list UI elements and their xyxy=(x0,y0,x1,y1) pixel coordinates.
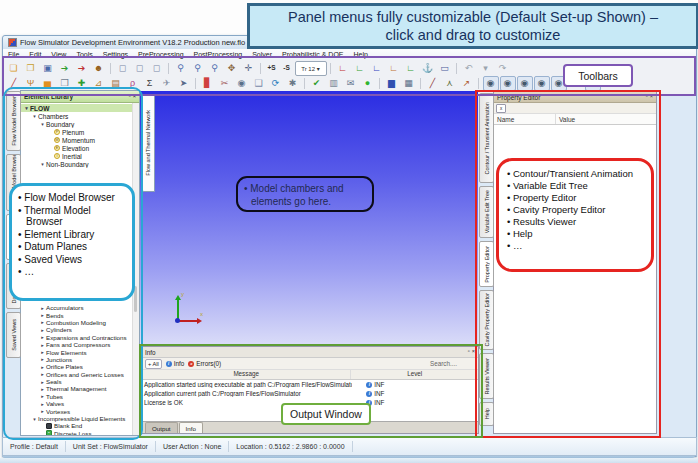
tree-item[interactable]: ▸ Expansions and Contractions xyxy=(21,334,132,341)
new-model-icon[interactable]: ❏ xyxy=(6,61,22,76)
menu-item[interactable]: Probabilistic & DOE xyxy=(277,49,348,60)
tree-item[interactable]: I Inertial xyxy=(21,152,132,160)
view-axis-y-icon[interactable]: ∟ xyxy=(352,61,368,76)
toolbar-icon[interactable] xyxy=(195,78,196,89)
log-row[interactable]: Application started using executable at … xyxy=(142,380,478,389)
right-panel-tab[interactable]: Cavity Property Editor xyxy=(479,290,494,350)
show-elements-eye-icon[interactable]: ◉ xyxy=(517,76,533,91)
menu-item[interactable]: Settings xyxy=(98,49,133,60)
check-model-icon[interactable]: ✔ xyxy=(309,76,325,91)
open-model-icon[interactable]: ❐ xyxy=(23,61,39,76)
tree-expander-icon[interactable]: ▾ xyxy=(31,416,38,422)
export-report-icon[interactable]: ✉ xyxy=(343,76,359,91)
toolbar-icon[interactable] xyxy=(330,63,331,74)
filter-info-toggle[interactable]: i Info xyxy=(166,360,185,367)
tree-expander-icon[interactable]: ▾ xyxy=(31,113,38,119)
tree-expander-icon[interactable]: ▸ xyxy=(39,371,46,377)
tree-item[interactable]: ▸ Tubes xyxy=(21,393,132,400)
tree-expander-icon[interactable]: ▸ xyxy=(39,312,46,318)
menu-item[interactable]: Tools xyxy=(71,49,97,60)
tree-item[interactable]: ▾ FLOW xyxy=(21,104,132,112)
tree-expander-icon[interactable]: ▸ xyxy=(39,349,46,355)
left-panel-tab[interactable]: Flow Model Browser xyxy=(6,91,21,151)
tree-expander-icon[interactable]: ▸ xyxy=(39,379,46,385)
view-axis-x-icon[interactable]: ∟ xyxy=(335,61,351,76)
menu-item[interactable]: Help xyxy=(349,49,373,60)
element-types-icon[interactable]: Ψ xyxy=(23,76,39,91)
tree-item[interactable]: E Elevation xyxy=(21,144,132,152)
create-chamber-icon[interactable]: ❒ xyxy=(57,76,73,91)
menu-item[interactable]: Solver xyxy=(247,49,277,60)
right-panel-tab[interactable]: Property Editor xyxy=(479,241,494,287)
view-anchor-icon[interactable]: ⚓ xyxy=(420,61,436,76)
select-rubberband-icon[interactable]: ◻ xyxy=(115,61,131,76)
canvas-tab[interactable]: Flow and Thermal Network xyxy=(141,94,155,192)
move-cross-icon[interactable]: ✛ xyxy=(241,61,257,76)
right-panel-tab[interactable]: Variable Edit Tree xyxy=(479,186,494,238)
tree-item[interactable]: ▸ Bends xyxy=(21,311,132,318)
model-settings-icon[interactable]: ✱ xyxy=(285,76,301,91)
tree-item[interactable]: ▾ Incompressible Liquid Elements xyxy=(21,415,132,422)
menu-item[interactable]: Edit xyxy=(24,49,46,60)
tree-expander-icon[interactable]: ▸ xyxy=(39,393,46,399)
tree-item[interactable]: ▸ Valves xyxy=(21,400,132,407)
hide-planes-icon[interactable]: ✈ xyxy=(159,76,175,91)
tree-item[interactable]: ▾ Boundary xyxy=(21,120,132,128)
tree-expander-icon[interactable]: ▾ xyxy=(39,121,46,127)
pick-tool-icon[interactable]: ➤ xyxy=(176,76,192,91)
annotate-icon[interactable]: ❑ xyxy=(251,76,267,91)
zoom-in-icon[interactable]: ⚲ xyxy=(190,61,206,76)
user-profile-icon[interactable]: ☻ xyxy=(91,61,107,76)
menu-item[interactable]: View xyxy=(46,49,71,60)
spline-curve-icon[interactable]: ρ xyxy=(125,76,141,91)
pan-hand-icon[interactable]: ✥ xyxy=(224,61,240,76)
monitor-plot-icon[interactable]: ▆ xyxy=(384,76,400,91)
tree-expander-icon[interactable]: ▸ xyxy=(39,342,46,348)
view-rotate-axes-icon[interactable]: ∟ xyxy=(403,61,419,76)
decrease-symbol-size-button[interactable]: -S xyxy=(280,61,294,76)
tree-expander-icon[interactable]: ▸ xyxy=(39,401,46,407)
tree-item[interactable]: ▸ Cylinders xyxy=(21,326,132,333)
view-axis-iso-icon[interactable]: ∟ xyxy=(386,61,402,76)
toolbar-icon[interactable] xyxy=(456,63,457,74)
tree-expander-icon[interactable]: ▸ xyxy=(39,386,46,392)
tree-item[interactable]: ▪ Discrete Loss xyxy=(21,430,132,435)
show-results-eye-icon[interactable]: ◉ xyxy=(534,76,550,91)
draw-line-icon[interactable]: ╱ xyxy=(425,76,441,91)
tree-item[interactable]: ▸ Fans and Compressors xyxy=(21,341,132,348)
tree-item[interactable]: ▸ Combustion Modeling xyxy=(21,319,132,326)
measure-icon[interactable]: ⊿ xyxy=(91,76,107,91)
import-model-icon[interactable]: ➔ xyxy=(57,61,73,76)
filter-errors-toggle[interactable]: x Errors(0) xyxy=(188,360,221,367)
toolbar-icon[interactable] xyxy=(304,78,305,89)
zoom-out-icon[interactable]: ⚲ xyxy=(207,61,223,76)
close-icon[interactable]: × xyxy=(133,94,136,100)
filter-all-button[interactable]: + All xyxy=(145,359,162,369)
tree-expander-icon[interactable]: ▸ xyxy=(39,319,46,325)
add-chamber-icon[interactable]: ✚ xyxy=(74,76,90,91)
output-tab[interactable]: Output xyxy=(145,422,178,433)
log-row[interactable]: Application current path C:/Program File… xyxy=(142,389,478,398)
tree-expander-icon[interactable]: ▸ xyxy=(39,327,46,333)
tree-item[interactable]: ▾ Chambers xyxy=(21,112,132,120)
select-polygon-icon[interactable]: ◻ xyxy=(132,61,148,76)
view-axis-z-icon[interactable]: ∟ xyxy=(369,61,385,76)
model-canvas[interactable]: y x xyxy=(140,91,478,345)
tree-expander-icon[interactable]: ▾ xyxy=(23,105,30,111)
toolbar-icon[interactable] xyxy=(379,78,380,89)
toolbar-icon[interactable] xyxy=(420,78,421,89)
close-icon[interactable]: × xyxy=(472,349,475,355)
show-chambers-eye-icon[interactable]: ◉ xyxy=(500,76,516,91)
display-options-icon[interactable]: ▭ xyxy=(437,61,453,76)
results-plot-icon[interactable]: ▅ xyxy=(40,76,56,91)
tree-item[interactable]: ▸ Flow Elements xyxy=(21,348,132,355)
export-model-icon[interactable]: ➔ xyxy=(74,61,90,76)
transient-step-dropdown[interactable]: Tr 12 ▾ xyxy=(295,61,327,76)
tree-item[interactable]: ▸ Junctions xyxy=(21,356,132,363)
toolbar-icon[interactable] xyxy=(478,78,479,89)
right-panel-tab[interactable]: Help xyxy=(479,402,494,426)
tree-item[interactable]: ▸ Orifices and Generic Losses xyxy=(21,371,132,378)
save-model-icon[interactable]: ▣ xyxy=(40,61,56,76)
collapse-button[interactable]: x xyxy=(496,104,506,113)
run-solver-icon[interactable]: ● xyxy=(360,76,376,91)
